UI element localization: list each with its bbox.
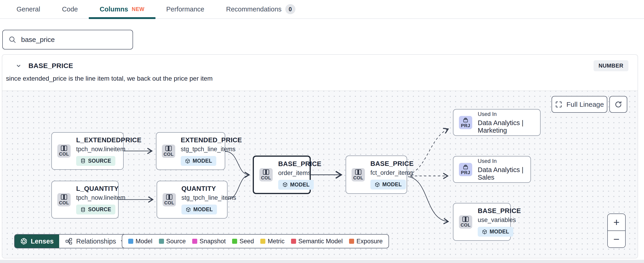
lenses-button[interactable]: Lenses <box>15 235 59 248</box>
node-title: Data Analytics | Marketing <box>478 119 540 134</box>
relationships-icon <box>65 238 72 245</box>
zoom-in-button[interactable]: + <box>608 214 625 231</box>
node-subtitle: tpch_now.lineitem <box>76 146 126 153</box>
node-subtitle: stg_tpch_line_items <box>181 146 236 153</box>
refresh-icon <box>614 101 622 108</box>
legend-item-exposure: Exposure <box>349 238 382 245</box>
cube-icon <box>185 158 190 164</box>
lineage-node-l-quantity[interactable]: COL L_QUANTITY tpch_now.lineitem SOURCE <box>51 181 118 219</box>
legend-item-snapshot: Snapshot <box>192 238 226 245</box>
model-badge: MODEL <box>278 180 314 190</box>
columns-icon: COL <box>162 145 175 158</box>
archive-icon: PRJ <box>459 163 472 176</box>
columns-icon: COL <box>57 144 71 158</box>
cube-icon <box>482 229 487 235</box>
lineage-node-extended-price[interactable]: COL EXTENDED_PRICE stg_tpch_line_items M… <box>156 132 225 170</box>
lineage-node-base-price-use-variables[interactable]: COL BASE_PRICE use_variables MODEL <box>453 203 511 241</box>
refresh-button[interactable] <box>609 96 627 113</box>
node-title: L_QUANTITY <box>76 185 118 192</box>
columns-icon: COL <box>260 168 273 181</box>
legend-swatch <box>192 239 197 244</box>
cube-icon <box>374 182 380 187</box>
tab-recommendations[interactable]: Recommendations 0 <box>226 0 296 18</box>
legend-swatch <box>128 239 133 244</box>
column-type-badge: NUMBER <box>594 60 628 71</box>
tab-bar: General Code Columns NEW Performance Rec… <box>0 0 644 19</box>
search-icon <box>8 35 16 44</box>
used-in-label: Used In <box>478 111 497 117</box>
legend-swatch <box>260 239 265 244</box>
lineage-node-base-price-order-items[interactable]: COL BASE_PRICE order_items MODEL <box>253 156 311 194</box>
active-tab-underline <box>89 17 156 19</box>
node-subtitle: fct_order_items <box>370 169 413 176</box>
legend-swatch <box>291 239 296 244</box>
new-badge: NEW <box>132 6 144 12</box>
expand-icon <box>555 101 562 108</box>
tab-columns[interactable]: Columns NEW <box>100 0 144 18</box>
zoom-out-button[interactable]: − <box>608 231 625 248</box>
columns-icon: COL <box>459 215 472 229</box>
node-subtitle: stg_tpch_line_items <box>182 194 236 201</box>
lenses-control: Lenses Relationships <box>14 234 132 248</box>
legend-item-source: Source <box>159 238 186 245</box>
cube-icon <box>282 182 288 187</box>
aperture-icon <box>20 238 28 245</box>
lineage-node-exposure-sales[interactable]: PRJ Used In Data Analytics | Sales <box>453 156 531 183</box>
lineage-graph-canvas[interactable]: COL L_EXTENDEDPRICE tpch_now.lineitem SO… <box>2 90 638 258</box>
model-badge: MODEL <box>478 227 513 237</box>
node-title: BASE_PRICE <box>278 160 321 168</box>
column-detail-panel: BASE_PRICE NUMBER since extended_price i… <box>2 54 638 259</box>
cube-icon <box>186 207 191 212</box>
legend-item-metric: Metric <box>260 238 284 245</box>
database-icon <box>80 158 86 164</box>
node-title: QUANTITY <box>182 185 216 192</box>
node-title: Data Analytics | Sales <box>478 166 530 181</box>
legend-item-model: Model <box>128 238 152 245</box>
legend-swatch <box>159 239 164 244</box>
column-header: BASE_PRICE NUMBER since extended_price i… <box>2 55 638 90</box>
columns-icon: COL <box>162 193 176 206</box>
lineage-node-exposure-marketing[interactable]: PRJ Used In Data Analytics | Marketing <box>453 109 540 136</box>
column-name: BASE_PRICE <box>28 62 73 70</box>
database-icon <box>80 207 86 212</box>
zoom-controls: + − <box>607 214 626 248</box>
tab-general[interactable]: General <box>16 0 40 18</box>
archive-icon: PRJ <box>459 116 472 129</box>
lineage-node-base-price-fct-order-items[interactable]: COL BASE_PRICE fct_order_items MODEL <box>346 156 407 194</box>
node-title: BASE_PRICE <box>478 207 521 215</box>
node-subtitle: tpch_now.lineitem <box>76 194 126 201</box>
node-title: BASE_PRICE <box>370 160 414 168</box>
source-badge: SOURCE <box>76 156 115 166</box>
lineage-node-quantity[interactable]: COL QUANTITY stg_tpch_line_items MODEL <box>157 181 228 219</box>
model-badge: MODEL <box>181 156 216 166</box>
horizontal-scrollbar[interactable] <box>0 260 644 263</box>
tab-code[interactable]: Code <box>62 0 78 18</box>
full-lineage-button[interactable]: Full Lineage <box>552 96 607 113</box>
used-in-label: Used In <box>478 158 497 164</box>
recommendations-count-badge: 0 <box>285 4 296 14</box>
lineage-legend: Model Source Snapshot Seed Metric Semant… <box>122 234 389 248</box>
columns-icon: COL <box>352 168 365 181</box>
legend-item-seed: Seed <box>232 238 254 245</box>
column-description: since extended_price is the line item to… <box>2 71 638 82</box>
search-input[interactable] <box>21 36 127 43</box>
model-badge: MODEL <box>182 205 217 215</box>
legend-swatch <box>349 239 354 244</box>
column-search <box>2 30 133 49</box>
collapse-chevron-icon[interactable] <box>15 62 22 69</box>
lineage-node-l-extendedprice[interactable]: COL L_EXTENDEDPRICE tpch_now.lineitem SO… <box>51 132 124 170</box>
columns-icon: COL <box>57 193 71 206</box>
tab-performance[interactable]: Performance <box>166 0 204 18</box>
node-title: L_EXTENDEDPRICE <box>76 136 142 144</box>
node-title: EXTENDED_PRICE <box>181 136 242 144</box>
source-badge: SOURCE <box>76 205 115 215</box>
node-subtitle: use_variables <box>478 217 516 224</box>
legend-item-semantic-model: Semantic Model <box>291 238 343 245</box>
node-subtitle: order_items <box>278 170 311 177</box>
relationships-dropdown[interactable]: Relationships <box>59 235 132 248</box>
model-badge: MODEL <box>370 180 406 190</box>
legend-swatch <box>232 239 237 244</box>
